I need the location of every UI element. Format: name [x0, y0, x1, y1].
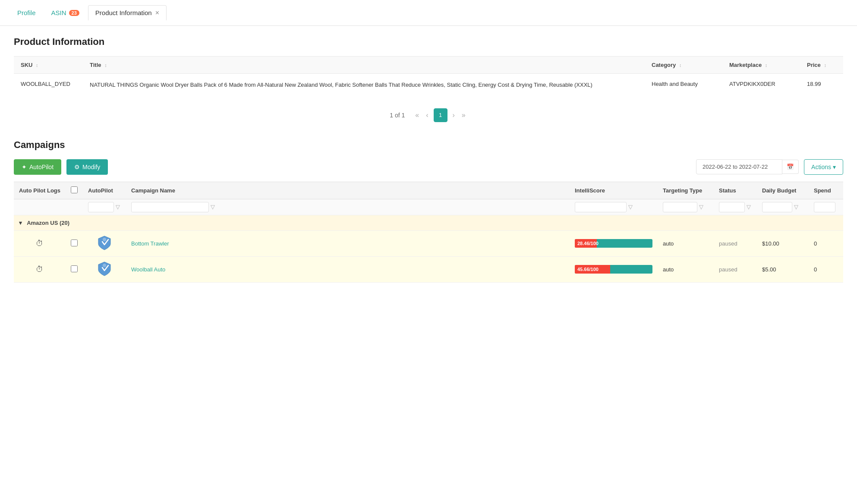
date-range-input[interactable] [696, 159, 782, 174]
campaign-name-link-1[interactable]: Bottom Trawler [131, 240, 169, 247]
campaign-targeting-type-1: auto [658, 230, 714, 256]
campaign-name-filter-icon[interactable]: ▽ [211, 204, 215, 210]
col-targeting-type: Targeting Type [658, 182, 714, 199]
group-label: Amazon US (20) [27, 220, 69, 226]
tabs-bar: Profile ASIN 23 Product Information × [0, 0, 857, 26]
campaign-shield-1 [83, 230, 126, 256]
product-information-section: Product Information SKU ↕ Title ↕ [14, 36, 843, 132]
col-status: Status [714, 182, 757, 199]
col-sku[interactable]: SKU ↕ [14, 57, 83, 74]
autopilot-filter-input[interactable] [88, 202, 114, 212]
col-daily-budget: Daily Budget [757, 182, 809, 199]
campaigns-table: Auto Pilot Logs AutoPilot Campaign Name [14, 182, 843, 283]
filter-checkbox-col [66, 199, 83, 215]
modify-button[interactable]: ⚙ Modify [66, 159, 108, 175]
tab-product-info-label: Product Information [95, 9, 152, 16]
spend-filter-input[interactable] [814, 202, 835, 212]
col-price[interactable]: Price ↕ [800, 57, 843, 74]
col-title[interactable]: Title ↕ [83, 57, 645, 74]
product-sku: WOOLBALL_DYED [14, 74, 83, 96]
autopilot-filter-icon[interactable]: ▽ [116, 204, 120, 210]
select-all-checkbox[interactable] [71, 186, 78, 193]
tab-close-icon[interactable]: × [155, 9, 159, 16]
tab-profile[interactable]: Profile [10, 6, 43, 20]
price-sort-icon[interactable]: ↕ [824, 63, 826, 68]
filter-spend [809, 199, 843, 215]
product-table: SKU ↕ Title ↕ Category ↕ Marketplace [14, 56, 843, 96]
col-autopilot-status: AutoPilot [83, 182, 126, 199]
product-section-title: Product Information [14, 36, 843, 47]
svg-point-1 [103, 264, 106, 267]
targeting-type-filter-icon[interactable]: ▽ [699, 204, 703, 210]
campaign-clock-1[interactable]: ⏱ [14, 230, 66, 256]
intelli-score-bar-2: 45.66/100 [575, 265, 652, 274]
asin-badge: 23 [69, 10, 79, 16]
col-select-all[interactable] [66, 182, 83, 199]
campaign-select-checkbox-2[interactable] [71, 265, 78, 272]
status-filter-icon[interactable]: ▽ [747, 204, 751, 210]
product-row: WOOLBALL_DYED NATURAL THINGS Organic Woo… [14, 74, 843, 96]
campaigns-toolbar: ✦ AutoPilot ⚙ Modify 📅 Actions ▾ [14, 159, 843, 175]
product-category: Health and Beauty [645, 74, 722, 96]
campaign-daily-budget-1: $10.00 [757, 230, 809, 256]
category-sort-icon[interactable]: ↕ [679, 63, 682, 68]
campaign-group-amazon-us[interactable]: ▾ Amazon US (20) [14, 215, 843, 230]
col-marketplace[interactable]: Marketplace ↕ [722, 57, 800, 74]
daily-budget-filter-input[interactable] [762, 202, 792, 212]
sku-sort-icon[interactable]: ↕ [36, 63, 38, 68]
actions-button[interactable]: Actions ▾ [804, 159, 843, 175]
intelli-score-label-2: 45.66/100 [577, 267, 599, 272]
campaign-shield-2 [83, 256, 126, 282]
campaigns-table-wrapper: Auto Pilot Logs AutoPilot Campaign Name [14, 182, 843, 283]
calendar-icon: 📅 [787, 164, 794, 170]
campaign-checkbox-2[interactable] [66, 256, 83, 282]
prev-page-button[interactable]: ‹ [424, 108, 430, 122]
title-sort-icon[interactable]: ↕ [104, 63, 107, 68]
campaign-clock-2[interactable]: ⏱ [14, 256, 66, 282]
first-page-button[interactable]: « [413, 108, 421, 122]
calendar-button[interactable]: 📅 [782, 160, 799, 174]
group-label-cell: ▾ Amazon US (20) [14, 215, 843, 230]
autopilot-button[interactable]: ✦ AutoPilot [14, 159, 61, 175]
autopilot-button-label: AutoPilot [29, 164, 54, 170]
campaign-intelli-score-2: 45.66/100 [570, 256, 658, 282]
campaign-spend-2: 0 [809, 256, 843, 282]
filter-row: ▽ ▽ ▽ [14, 199, 843, 215]
tab-product-info[interactable]: Product Information × [88, 5, 167, 21]
current-page-button[interactable]: 1 [434, 108, 447, 122]
clock-icon-2: ⏱ [36, 265, 44, 274]
campaign-checkbox-1[interactable] [66, 230, 83, 256]
col-category[interactable]: Category ↕ [645, 57, 722, 74]
next-page-button[interactable]: › [451, 108, 457, 122]
filter-status: ▽ [714, 199, 757, 215]
shield-autopilot-icon-1 [98, 235, 111, 251]
campaign-select-checkbox-1[interactable] [71, 239, 78, 246]
daily-budget-filter-icon[interactable]: ▽ [794, 204, 798, 210]
filter-campaign-name: ▽ [126, 199, 570, 215]
campaign-row-bottom-trawler: ⏱ Bottom Tra [14, 230, 843, 256]
modify-settings-icon: ⚙ [74, 164, 80, 170]
last-page-button[interactable]: » [460, 108, 467, 122]
campaign-daily-budget-2: $5.00 [757, 256, 809, 282]
campaigns-section: Campaigns ✦ AutoPilot ⚙ Modify 📅 Actions… [14, 139, 843, 283]
campaign-name-cell-1: Bottom Trawler [126, 230, 570, 256]
targeting-type-filter-input[interactable] [663, 202, 697, 212]
page-info: 1 of 1 [390, 112, 405, 119]
col-spend: Spend [809, 182, 843, 199]
svg-point-0 [103, 238, 106, 241]
filter-daily-budget: ▽ [757, 199, 809, 215]
intelli-score-filter-icon[interactable]: ▽ [628, 204, 633, 210]
intelli-score-filter-input[interactable] [575, 202, 627, 212]
intelli-score-bar-1: 28.46/100 [575, 239, 652, 248]
product-table-header-row: SKU ↕ Title ↕ Category ↕ Marketplace [14, 57, 843, 74]
campaign-status-2: paused [714, 256, 757, 282]
marketplace-sort-icon[interactable]: ↕ [765, 63, 768, 68]
campaign-name-filter-input[interactable] [131, 202, 209, 212]
status-filter-input[interactable] [719, 202, 745, 212]
clock-icon-1: ⏱ [36, 239, 44, 248]
campaign-status-1: paused [714, 230, 757, 256]
tab-asin[interactable]: ASIN 23 [44, 6, 86, 20]
group-collapse-icon[interactable]: ▾ [19, 220, 22, 226]
pagination: 1 of 1 « ‹ 1 › » [14, 103, 843, 132]
campaign-name-link-2[interactable]: Woolball Auto [131, 266, 165, 273]
